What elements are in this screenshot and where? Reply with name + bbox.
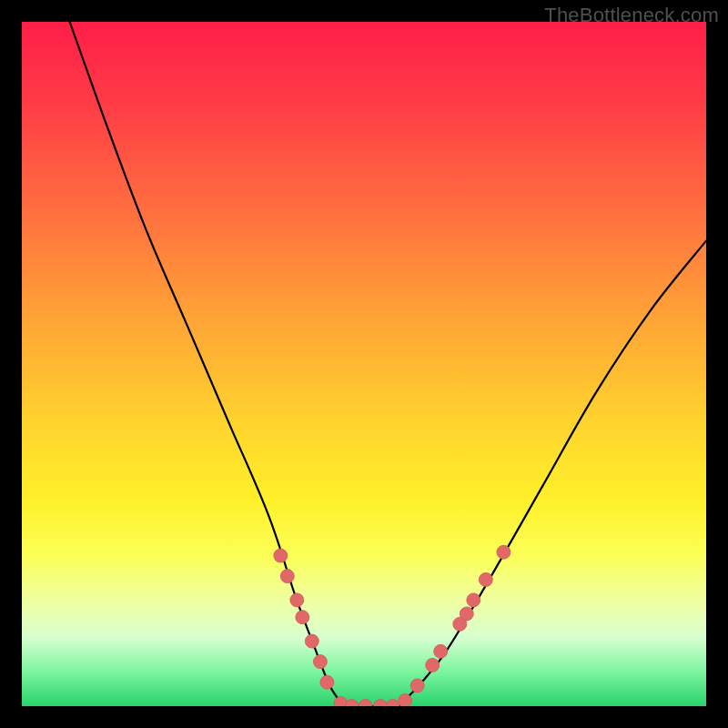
curve-marker — [497, 545, 511, 559]
curve-marker — [460, 607, 473, 621]
chart-frame: TheBottleneck.com — [0, 0, 728, 728]
curve-marker — [359, 700, 372, 707]
chart-plot-area — [22, 22, 706, 706]
curve-marker — [386, 700, 399, 707]
curve-marker — [467, 593, 480, 607]
curve-marker — [374, 700, 388, 707]
curve-marker — [479, 572, 492, 586]
curve-marker — [399, 694, 412, 707]
curve-marker — [305, 634, 318, 648]
curve-marker — [290, 593, 304, 607]
curve-marker — [426, 658, 440, 672]
curve-marker — [434, 644, 448, 658]
curve-marker — [320, 675, 334, 689]
watermark-label: TheBottleneck.com — [544, 4, 719, 27]
curve-marker — [280, 570, 294, 583]
curve-markers — [274, 545, 511, 706]
curve-marker — [313, 655, 327, 669]
curve-marker — [296, 611, 309, 624]
curve-marker — [410, 679, 424, 693]
curve-marker — [274, 549, 288, 562]
bottleneck-curve — [70, 22, 706, 706]
chart-svg — [22, 22, 706, 706]
